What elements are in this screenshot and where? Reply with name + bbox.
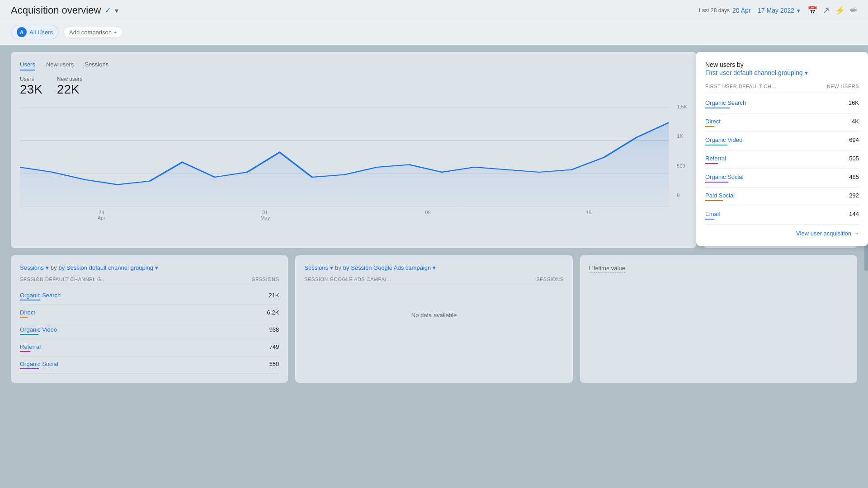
view-acquisition-label: View user acquisition (796, 230, 851, 237)
y-label-1.5k: 1.5K (677, 104, 687, 109)
chart-y-labels: 1.5K 1K 500 0 (677, 104, 687, 207)
popup-row: Organic Social485 (705, 169, 859, 188)
dropdown-icon: ▾ (805, 69, 808, 76)
bottom-channel[interactable]: Organic Social (20, 361, 58, 369)
bottom-channel[interactable]: Organic Search (20, 292, 61, 300)
popup-value: 4K (852, 118, 859, 127)
avatar: A (17, 27, 27, 37)
new-users-value: 22K (57, 82, 83, 97)
verified-icon: ✓ (104, 5, 111, 15)
main-content: Users New users Sessions Users 23K New u… (0, 45, 868, 390)
sessions-table-header: SESSION DEFAULT CHANNEL G... SESSIONS (20, 277, 279, 284)
bottom-value: 6.2K (267, 309, 279, 318)
ads-card: Sessions ▾ by by Session Google Ads camp… (295, 255, 572, 383)
grouping-dropdown[interactable]: ▾ (155, 264, 158, 271)
sessions-rows: Organic Search21KDirect6.2KOrganic Video… (20, 288, 279, 374)
all-users-badge[interactable]: A All Users (11, 25, 59, 39)
chart-tabs: Users New users Sessions (20, 61, 687, 70)
popup-row: Direct4K (705, 113, 859, 132)
popup-subtitle[interactable]: First user default channel grouping ▾ (705, 69, 859, 76)
add-icon: + (113, 29, 117, 36)
tab-sessions[interactable]: Sessions (85, 61, 108, 70)
popup-channel[interactable]: Paid Social (705, 192, 735, 201)
bottom-channel[interactable]: Organic Video (20, 326, 57, 335)
header-right: Last 28 days 20 Apr – 17 May 2022 ▾ 📅 ↗ … (699, 5, 857, 15)
edit-icon[interactable]: ✏ (850, 5, 857, 15)
metric-users: Users 23K (20, 76, 42, 97)
x-label-08: 08 (425, 210, 430, 221)
compare-icon[interactable]: ⚡ (835, 5, 845, 15)
popup-channel[interactable]: Email (705, 211, 720, 220)
sessions-dropdown[interactable]: ▾ (46, 264, 49, 271)
popup-row: Paid Social292 (705, 188, 859, 206)
popup-card: New users by First user default channel … (696, 52, 868, 246)
ads-grouping-label[interactable]: by Session Google Ads campaign (343, 264, 431, 271)
subheader: A All Users Add comparison + (0, 21, 868, 45)
bottom-value: 21K (269, 292, 279, 300)
dropdown-icon[interactable]: ▾ (115, 6, 118, 15)
sessions-by-label: by (51, 264, 57, 271)
lifetime-title: Lifetime value (589, 265, 625, 273)
popup-row: Email144 (705, 206, 859, 225)
x-label-01may: 01May (260, 210, 270, 221)
tab-users[interactable]: Users (20, 61, 35, 70)
date-range-value[interactable]: 20 Apr – 17 May 2022 (732, 7, 794, 14)
line-chart (20, 108, 669, 207)
header-icons: 📅 ↗ ⚡ ✏ (807, 5, 857, 15)
popup-table-header: FIRST USER DEFAULT CH... NEW USERS (705, 84, 859, 91)
calendar-icon[interactable]: 📅 (807, 5, 817, 15)
new-users-label: New users (57, 76, 83, 82)
share-icon[interactable]: ↗ (823, 5, 830, 15)
popup-col-channel: FIRST USER DEFAULT CH... (705, 84, 776, 89)
bottom-cards: Sessions ▾ by by Session default channel… (11, 255, 857, 383)
chart-container: 1.5K 1K 500 0 (20, 104, 687, 207)
list-item: Referral749 (20, 339, 279, 357)
date-range-label: Last 28 days (699, 7, 730, 14)
bottom-channel[interactable]: Direct (20, 309, 35, 318)
ads-grouping-dropdown[interactable]: ▾ (433, 264, 436, 271)
ads-dropdown[interactable]: ▾ (330, 264, 333, 271)
popup-channel[interactable]: Direct (705, 118, 721, 127)
ads-col-channel: SESSION GOOGLE ADS CAMPAI... (304, 277, 391, 282)
tab-new-users[interactable]: New users (46, 61, 74, 70)
sessions-channel-card: Sessions ▾ by by Session default channel… (11, 255, 288, 383)
view-acquisition-link[interactable]: View user acquisition → (705, 230, 859, 237)
popup-channel[interactable]: Referral (705, 155, 726, 164)
ads-table-header: SESSION GOOGLE ADS CAMPAI... SESSIONS (304, 277, 563, 284)
header-left: Acquisition overview ✓ ▾ (11, 5, 118, 16)
bottom-value: 550 (269, 361, 279, 369)
list-item: Direct6.2K (20, 305, 279, 322)
bottom-channel[interactable]: Referral (20, 343, 41, 352)
scrollbar[interactable] (864, 244, 868, 271)
list-item: Organic Social550 (20, 357, 279, 374)
popup-value: 16K (849, 99, 859, 108)
sessions-grouping-label[interactable]: by Session default channel grouping (58, 264, 153, 271)
popup-row: Referral505 (705, 150, 859, 169)
y-label-500: 500 (677, 163, 687, 169)
bottom-value: 938 (269, 326, 279, 335)
popup-channel[interactable]: Organic Social (705, 174, 744, 183)
bottom-value: 749 (269, 343, 279, 352)
x-label-15: 15 (586, 210, 591, 221)
lifetime-card: Lifetime value (580, 255, 857, 383)
popup-value: 694 (849, 136, 859, 145)
header: Acquisition overview ✓ ▾ Last 28 days 20… (0, 0, 868, 21)
x-label-24apr: 24Apr (98, 210, 105, 221)
ads-sessions-label[interactable]: Sessions (304, 264, 328, 271)
chart-metrics: Users 23K New users 22K (20, 76, 687, 97)
popup-value: 292 (849, 192, 859, 201)
sessions-label[interactable]: Sessions (20, 264, 44, 271)
popup-rows: Organic Search16KDirect4KOrganic Video69… (705, 95, 859, 225)
popup-title: New users by (705, 61, 859, 68)
add-comparison-button[interactable]: Add comparison + (63, 27, 123, 38)
chart-area (20, 108, 669, 207)
list-item: Organic Search21K (20, 288, 279, 305)
date-dropdown-icon[interactable]: ▾ (797, 7, 800, 14)
page-title: Acquisition overview (11, 5, 101, 16)
list-item: Organic Video938 (20, 322, 279, 339)
popup-value: 485 (849, 174, 859, 183)
popup-channel[interactable]: Organic Video (705, 136, 742, 145)
users-label: Users (20, 76, 42, 82)
popup-channel[interactable]: Organic Search (705, 99, 746, 108)
popup-row: Organic Video694 (705, 132, 859, 150)
